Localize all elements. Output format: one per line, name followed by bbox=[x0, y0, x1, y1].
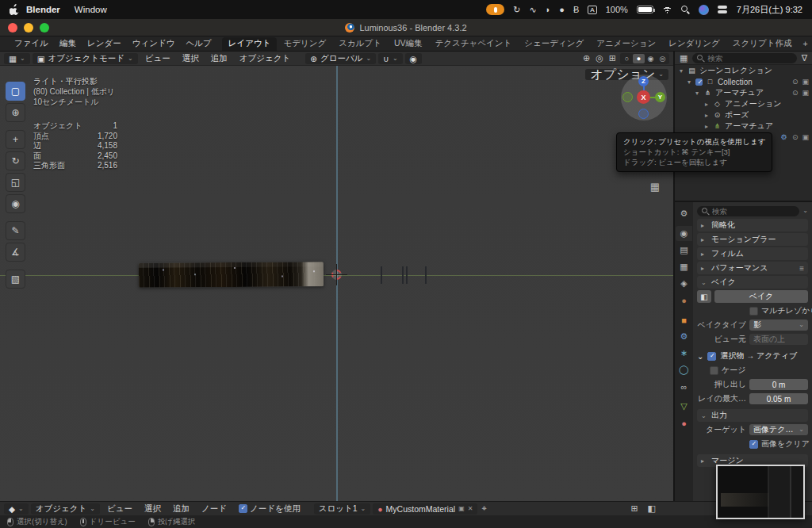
tool-measure[interactable]: ∡ bbox=[6, 243, 25, 262]
properties-search-input[interactable] bbox=[712, 207, 795, 216]
shading-material-icon[interactable]: ◉ bbox=[645, 54, 657, 63]
workspace-tab-texture-paint[interactable]: テクスチャペイント bbox=[429, 37, 519, 51]
modifier-wrench-icon[interactable]: ⚙ bbox=[779, 133, 788, 141]
shading-wireframe-icon[interactable]: ○ bbox=[621, 54, 633, 63]
tab-object-data-properties[interactable]: ▽ bbox=[676, 399, 692, 414]
tab-physics-properties[interactable]: ◯ bbox=[676, 362, 692, 377]
tab-material-properties[interactable]: ● bbox=[676, 415, 692, 430]
menubar-item-window[interactable]: Window bbox=[67, 5, 114, 14]
panel-film[interactable]: ▸ フィルム bbox=[697, 247, 808, 260]
wifi-icon[interactable] bbox=[662, 6, 672, 13]
app-status-icon[interactable]: ● bbox=[559, 6, 565, 14]
tool-transform[interactable]: ◉ bbox=[6, 194, 25, 213]
menu-render[interactable]: レンダー bbox=[82, 36, 127, 51]
menubar-datetime[interactable]: 7月26日(土) 9:32 bbox=[737, 4, 802, 16]
workspace-tab-animation[interactable]: アニメーション bbox=[590, 37, 662, 51]
shading-rendered-icon[interactable]: ◎ bbox=[657, 54, 668, 63]
outliner-filter-icon[interactable]: ∇ bbox=[800, 54, 809, 63]
tab-scene-properties[interactable]: ◈ bbox=[676, 276, 692, 291]
eye-icon[interactable]: ⊙ bbox=[792, 133, 799, 141]
tab-object-properties[interactable]: ■ bbox=[676, 312, 692, 327]
mesh-object-low-poly-log[interactable] bbox=[139, 262, 324, 288]
viewport-3d[interactable]: ▦ ⌄ ▣ オブジェクトモード ⌄ ビュー 選択 追加 オブジェクト ⊕ グロー… bbox=[0, 52, 673, 501]
menu-window[interactable]: ウィンドウ bbox=[127, 36, 181, 51]
battery-icon[interactable] bbox=[637, 6, 653, 13]
minimize-window-button[interactable] bbox=[24, 23, 33, 33]
panel-motion-blur[interactable]: ▸ モーションブラー bbox=[697, 233, 808, 246]
node-overlay-icon[interactable]: ◧ bbox=[646, 504, 657, 513]
transform-orientation-selector[interactable]: ⊕ グローバル ⌄ bbox=[305, 53, 376, 64]
camera-visibility-icon[interactable]: ▣ bbox=[802, 133, 809, 141]
input-source-icon[interactable]: A bbox=[588, 6, 596, 14]
proportional-editing-toggle[interactable]: ◉ bbox=[405, 53, 422, 64]
tool-cursor[interactable]: ⊕ bbox=[6, 103, 25, 122]
camera-visibility-icon[interactable]: ▣ bbox=[802, 89, 809, 97]
bake-type-dropdown[interactable]: 影 ⌄ bbox=[749, 319, 808, 331]
xray-toggle-icon[interactable]: ⊞ bbox=[607, 54, 618, 63]
mode-selector[interactable]: ▣ オブジェクトモード ⌄ bbox=[33, 53, 138, 64]
outliner-row-collection[interactable]: ▾ □ Collection ⊙ ▣ bbox=[675, 76, 812, 87]
control-center-icon[interactable] bbox=[718, 5, 728, 15]
panel-output[interactable]: ⌄ 出力 bbox=[697, 409, 808, 422]
tab-world-properties[interactable]: ● bbox=[676, 293, 692, 308]
workspace-tab-uv-editing[interactable]: UV編集 bbox=[388, 37, 429, 51]
tool-rotate[interactable]: ↻ bbox=[6, 151, 25, 170]
viewport-menu-view[interactable]: ビュー bbox=[140, 53, 175, 64]
unlink-material-icon[interactable]: ✕ bbox=[468, 506, 473, 512]
node-snap-icon[interactable]: ⊞ bbox=[629, 504, 639, 513]
extrusion-slider[interactable]: 0 m bbox=[749, 379, 808, 390]
navigation-gizmo[interactable]: Z Y X bbox=[621, 75, 667, 121]
selected-to-active-checkbox[interactable] bbox=[707, 352, 716, 361]
target-dropdown[interactable]: 画像テクスチャ ⌄ bbox=[749, 424, 808, 435]
shader-type-selector[interactable]: オブジェクト ⌄ bbox=[31, 503, 100, 515]
tool-move[interactable]: + bbox=[6, 130, 25, 149]
panel-performance[interactable]: ▸ パフォーマンス ≡ bbox=[697, 262, 808, 274]
tool-select-box[interactable]: ▢ bbox=[6, 82, 25, 101]
tab-render-properties[interactable]: ◉ bbox=[676, 226, 692, 241]
pin-icon[interactable]: ⌖ bbox=[480, 504, 488, 513]
outliner-item-label[interactable]: アーマチュア bbox=[715, 87, 764, 98]
workspace-tab-scripting[interactable]: スクリプト作成 bbox=[726, 37, 799, 51]
editor-type-selector-shader[interactable]: ◆ ⌄ bbox=[4, 503, 29, 515]
sync-icon[interactable]: ↻ bbox=[513, 6, 520, 14]
collapse-icon[interactable]: ▸ bbox=[703, 123, 710, 130]
outliner-item-label[interactable]: アーマチュア bbox=[725, 121, 773, 132]
gizmo-axis-neg-y[interactable] bbox=[622, 92, 633, 102]
panel-bake[interactable]: ⌄ ベイク bbox=[697, 276, 808, 289]
duplicate-material-icon[interactable]: ▣ bbox=[458, 506, 465, 512]
outliner-item-label[interactable]: シーンコレクション bbox=[699, 65, 772, 76]
presets-icon[interactable]: ≡ bbox=[799, 264, 804, 273]
collapse-icon[interactable]: ▸ bbox=[703, 112, 710, 119]
gizmo-axis-y[interactable]: Y bbox=[655, 92, 665, 102]
workspace-tab-modeling[interactable]: モデリング bbox=[277, 37, 332, 51]
gizmo-axis-neg-z[interactable] bbox=[638, 109, 649, 119]
render-preview-thumbnail[interactable] bbox=[716, 465, 805, 519]
overlays-toggle-icon[interactable]: ◎ bbox=[594, 54, 605, 63]
close-window-button[interactable] bbox=[8, 23, 17, 33]
workspace-tab-shading[interactable]: シェーディング bbox=[518, 37, 590, 51]
tab-constraint-properties[interactable]: ∞ bbox=[676, 379, 692, 394]
from-multires-checkbox[interactable] bbox=[749, 307, 758, 316]
tab-modifier-properties[interactable]: ⚙ bbox=[676, 329, 692, 344]
use-nodes-checkbox[interactable] bbox=[239, 504, 247, 513]
expand-icon[interactable]: ▾ bbox=[678, 67, 684, 75]
mic-recording-indicator-icon[interactable] bbox=[486, 4, 504, 15]
add-workspace-button[interactable]: + bbox=[798, 39, 812, 48]
viewport-menu-add[interactable]: 追加 bbox=[206, 53, 232, 64]
node-menu-node[interactable]: ノード bbox=[197, 503, 232, 515]
material-slot-selector[interactable]: スロット1 ⌄ bbox=[314, 503, 371, 515]
chat-icon[interactable]: ◗ bbox=[546, 6, 551, 14]
workspace-tab-layout[interactable]: レイアウト bbox=[222, 37, 278, 51]
shading-solid-icon[interactable]: ● bbox=[633, 54, 645, 63]
menu-help[interactable]: ヘルプ bbox=[180, 36, 216, 51]
outliner-row-scene-collection[interactable]: ▾ ▤ シーンコレクション bbox=[675, 65, 812, 76]
outliner-row-pose[interactable]: ▸ ⊙ ポーズ bbox=[675, 109, 812, 121]
apple-logo-icon[interactable] bbox=[10, 4, 19, 15]
node-menu-add[interactable]: 追加 bbox=[168, 503, 194, 515]
panel-simplify[interactable]: ▸ 簡略化 bbox=[697, 219, 808, 231]
workspace-tab-rendering[interactable]: レンダリング bbox=[662, 37, 726, 51]
node-menu-view[interactable]: ビュー bbox=[102, 503, 137, 515]
bake-brush-icon[interactable]: ◧ bbox=[697, 290, 711, 303]
eye-icon[interactable]: ⊙ bbox=[792, 89, 799, 97]
siri-icon[interactable] bbox=[699, 5, 709, 15]
